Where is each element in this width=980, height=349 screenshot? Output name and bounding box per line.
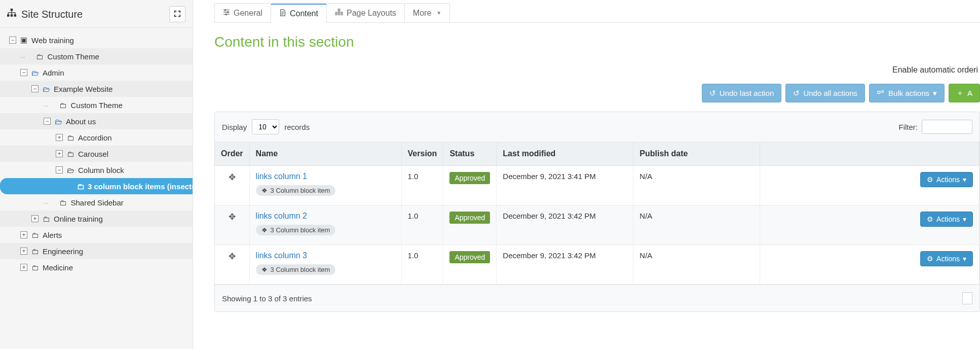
tree-node-3-column-block-items[interactable]: 🗀 3 column block items (insects	[0, 178, 193, 194]
expand-icon[interactable]: +	[20, 248, 27, 255]
add-button[interactable]: ＋ A	[949, 84, 980, 102]
folder-icon: 🗀	[35, 52, 45, 61]
collapse-icon[interactable]: −	[20, 69, 27, 76]
move-icon[interactable]: ✥	[229, 212, 236, 222]
tree-node-web-training[interactable]: − ▣ Web training	[0, 32, 193, 48]
cubes-icon: ❖	[261, 226, 268, 234]
tree-node-engineering[interactable]: + 🗀 Engineering	[0, 243, 193, 259]
tree-label: Alerts	[43, 231, 62, 239]
svg-point-4	[224, 9, 226, 11]
expand-icon[interactable]: +	[56, 150, 63, 157]
col-actions	[760, 142, 979, 166]
tab-label: General	[234, 9, 262, 18]
tab-label: Content	[290, 9, 318, 18]
expand-icon	[174, 10, 181, 19]
row-actions-button[interactable]: ⚙ Actions ▾	[920, 172, 973, 187]
expand-icon[interactable]: +	[20, 264, 27, 271]
plus-icon: ＋	[956, 88, 964, 98]
tree-label: Example Website	[54, 85, 112, 93]
records-select[interactable]: 10	[252, 119, 279, 134]
gear-icon: ⚙	[927, 255, 933, 263]
filter-input[interactable]	[922, 120, 972, 134]
content-name-link[interactable]: links column 3	[256, 251, 395, 260]
document-icon	[279, 9, 286, 18]
collapse-icon[interactable]: −	[9, 37, 16, 44]
row-actions-button[interactable]: ⚙ Actions ▾	[920, 251, 973, 266]
last-modified-cell: December 9, 2021 3:42 PM	[497, 205, 633, 245]
col-publish-date[interactable]: Publish date	[633, 142, 760, 166]
cubes-icon: ❖	[261, 266, 268, 273]
tree-node-admin[interactable]: − 🗁 Admin	[0, 64, 193, 81]
folder-solid-icon: 🗀	[42, 215, 51, 223]
undo-all-actions-button[interactable]: ↺ Undo all actions	[785, 84, 865, 102]
pager[interactable]	[962, 292, 972, 304]
move-icon[interactable]: ✥	[229, 252, 236, 261]
table-row: ✥ links column 3 ❖ 3 Column block item 1…	[215, 245, 979, 285]
content-type-label: 3 Column block item	[271, 226, 330, 234]
content-table-wrap: Display 10 records Filter: Order Name Ve…	[214, 112, 980, 312]
tree-node-custom-theme[interactable]: ··· 🗀 Custom Theme	[0, 48, 193, 64]
status-badge: Approved	[449, 172, 490, 184]
collapse-icon[interactable]: −	[56, 166, 63, 173]
tree-node-shared-sidebar[interactable]: ··· 🗀 Shared Sidebar	[0, 194, 193, 211]
section-title: Content in this section	[214, 34, 980, 50]
tab-content[interactable]: Content	[271, 4, 327, 23]
bulk-actions-button[interactable]: Bulk actions ▾	[869, 84, 945, 102]
content-name-link[interactable]: links column 2	[256, 212, 395, 221]
auto-order-label: Enable automatic orderi	[892, 65, 980, 75]
caret-down-icon: ▼	[436, 10, 441, 16]
tab-page-layouts[interactable]: Page Layouts	[326, 3, 405, 22]
folder-icon: 🗀	[66, 150, 75, 158]
collapse-icon[interactable]: −	[31, 85, 39, 92]
sitemap-icon	[7, 9, 16, 20]
collapse-icon[interactable]: −	[44, 118, 51, 125]
expand-icon[interactable]: +	[31, 215, 39, 222]
col-order[interactable]: Order	[215, 142, 249, 166]
tree-node-alerts[interactable]: + 🗀 Alerts	[0, 227, 193, 243]
version-cell: 1.0	[401, 166, 443, 205]
caret-down-icon: ▾	[963, 215, 966, 223]
tree-label: Shared Sidebar	[71, 198, 124, 207]
tree-node-accordion[interactable]: + 🗀 Accordion	[0, 129, 193, 146]
tree-node-column-block[interactable]: − 🗁 Column block	[0, 162, 193, 178]
table-row: ✥ links column 2 ❖ 3 Column block item 1…	[215, 205, 979, 245]
folder-solid-icon: 🗀	[30, 263, 40, 272]
move-icon[interactable]: ✥	[229, 172, 236, 182]
folder-outline-icon: 🗁	[66, 166, 75, 174]
caret-down-icon: ▾	[963, 255, 966, 263]
tab-general[interactable]: General	[214, 3, 271, 22]
top-right-controls: Enable automatic orderi ↺ Undo last acti…	[214, 65, 980, 102]
svg-rect-9	[338, 13, 340, 15]
row-actions-button[interactable]: ⚙ Actions ▾	[920, 212, 973, 227]
col-name[interactable]: Name	[249, 142, 401, 166]
col-status[interactable]: Status	[443, 142, 497, 166]
tree-node-medicine[interactable]: + 🗀 Medicine	[0, 259, 193, 275]
folder-icon: 🗀	[66, 133, 75, 142]
tree-node-custom-theme-2[interactable]: ··· 🗀 Custom Theme	[0, 97, 193, 113]
svg-point-12	[882, 90, 884, 92]
col-version[interactable]: Version	[401, 142, 443, 166]
svg-point-5	[227, 11, 229, 13]
tree-label: Online training	[54, 215, 103, 223]
gear-icon: ⚙	[927, 176, 933, 184]
col-last-modified[interactable]: Last modified	[497, 142, 633, 166]
actions-label: Actions	[936, 215, 960, 223]
expand-tree-button[interactable]	[169, 6, 185, 22]
folder-open-icon: 🗁	[30, 68, 40, 77]
tree-node-online-training[interactable]: + 🗀 Online training	[0, 211, 193, 227]
tree-node-about-us[interactable]: − 🗁 About us	[0, 113, 193, 129]
tree-node-carousel[interactable]: + 🗀 Carousel	[0, 146, 193, 162]
folder-open-icon: 🗁	[54, 117, 63, 126]
folder-icon: 🗀	[30, 231, 40, 239]
actions-label: Actions	[936, 255, 960, 263]
gear-icon: ⚙	[927, 215, 933, 223]
undo-last-action-button[interactable]: ↺ Undo last action	[702, 84, 782, 102]
expand-icon[interactable]: +	[20, 231, 27, 238]
expand-icon[interactable]: +	[56, 134, 63, 141]
tree-node-example-website[interactable]: − 🗁 Example Website	[0, 81, 193, 97]
actions-label: Actions	[936, 176, 960, 184]
site-structure-title: Site Structure	[7, 9, 169, 20]
site-structure-label: Site Structure	[21, 9, 83, 20]
tab-more[interactable]: More ▼	[404, 3, 450, 22]
content-name-link[interactable]: links column 1	[256, 172, 395, 181]
